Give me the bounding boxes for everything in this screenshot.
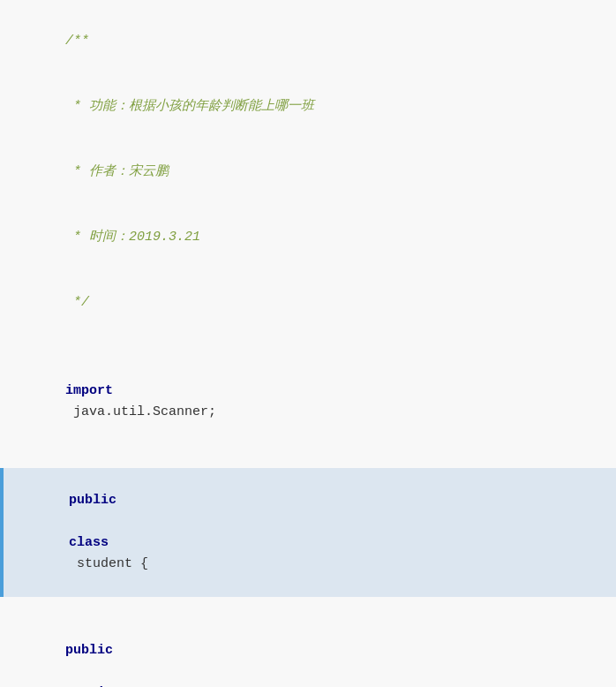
code-line-1: /** <box>0 9 616 74</box>
public-keyword-10: public <box>65 643 113 658</box>
comment-time: * 时间：2019.3.21 <box>65 230 200 245</box>
comment-open: /** <box>65 34 89 49</box>
line-content-2: * 功能：根据小孩的年龄判断能上哪一班 <box>11 75 616 139</box>
code-line-2: * 功能：根据小孩的年龄判断能上哪一班 <box>0 74 616 140</box>
code-line-3: * 作者：宋云鹏 <box>0 140 616 205</box>
class-name-9: student { <box>69 556 148 571</box>
line-content-1: /** <box>11 10 616 73</box>
class-keyword-9: class <box>69 535 109 550</box>
code-line-5: */ <box>0 270 616 336</box>
line-content-5: */ <box>11 271 616 335</box>
code-line-8 <box>0 445 616 468</box>
indent-10 <box>65 622 97 637</box>
line-content-9: public class student { <box>11 469 616 596</box>
line-content-8 <box>11 446 616 467</box>
comment-author: * 作者：宋云鹏 <box>65 164 169 179</box>
code-editor: /** * 功能：根据小孩的年龄判断能上哪一班 * 作者：宋云鹏 * 时间：20… <box>0 0 616 687</box>
space-9a <box>69 514 77 529</box>
public-keyword-9: public <box>69 493 116 508</box>
code-line-6 <box>0 336 616 359</box>
space-10a <box>65 664 73 679</box>
import-keyword: import <box>65 383 113 398</box>
import-path: java.util.Scanner; <box>65 404 216 419</box>
line-content-4: * 时间：2019.3.21 <box>11 206 616 269</box>
code-line-10: public static void main(String[] args) { <box>0 597 616 687</box>
line-content-10: public static void main(String[] args) { <box>11 598 616 687</box>
comment-close: */ <box>65 295 89 310</box>
line-content-3: * 作者：宋云鹏 <box>11 140 616 204</box>
line-indicator-9 <box>0 468 4 597</box>
line-content-7: import java.util.Scanner; <box>11 359 616 444</box>
code-line-9: public class student { <box>0 468 616 597</box>
line-content-6 <box>11 336 616 358</box>
code-line-4: * 时间：2019.3.21 <box>0 205 616 270</box>
comment-func: * 功能：根据小孩的年龄判断能上哪一班 <box>65 99 314 114</box>
code-line-7: import java.util.Scanner; <box>0 359 616 445</box>
